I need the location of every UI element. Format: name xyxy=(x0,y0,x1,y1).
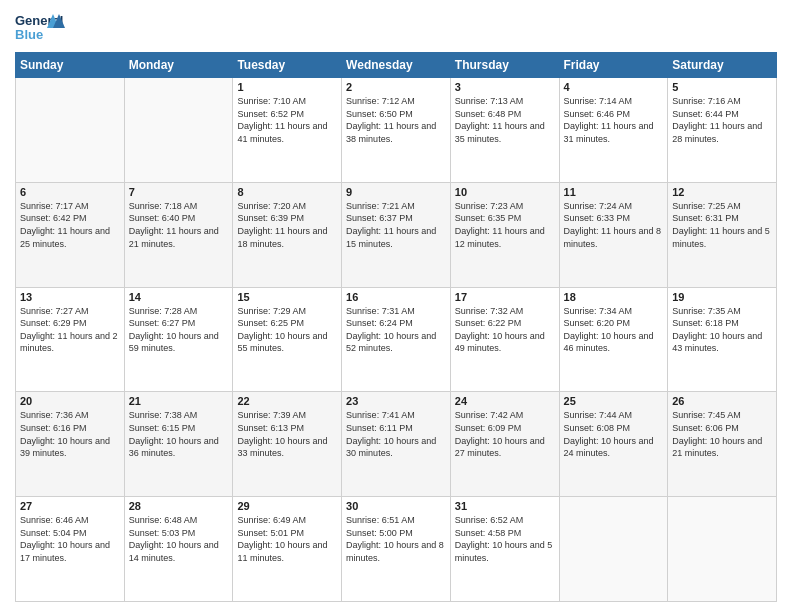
day-info: Sunrise: 6:51 AM Sunset: 5:00 PM Dayligh… xyxy=(346,514,446,564)
day-number: 15 xyxy=(237,291,337,303)
week-row-5: 27Sunrise: 6:46 AM Sunset: 5:04 PM Dayli… xyxy=(16,497,777,602)
day-info: Sunrise: 7:25 AM Sunset: 6:31 PM Dayligh… xyxy=(672,200,772,250)
day-info: Sunrise: 7:34 AM Sunset: 6:20 PM Dayligh… xyxy=(564,305,664,355)
day-info: Sunrise: 7:32 AM Sunset: 6:22 PM Dayligh… xyxy=(455,305,555,355)
calendar-cell: 17Sunrise: 7:32 AM Sunset: 6:22 PM Dayli… xyxy=(450,287,559,392)
calendar-cell: 19Sunrise: 7:35 AM Sunset: 6:18 PM Dayli… xyxy=(668,287,777,392)
day-info: Sunrise: 7:12 AM Sunset: 6:50 PM Dayligh… xyxy=(346,95,446,145)
day-number: 31 xyxy=(455,500,555,512)
day-number: 24 xyxy=(455,395,555,407)
day-info: Sunrise: 7:42 AM Sunset: 6:09 PM Dayligh… xyxy=(455,409,555,459)
week-row-2: 6Sunrise: 7:17 AM Sunset: 6:42 PM Daylig… xyxy=(16,182,777,287)
day-info: Sunrise: 7:44 AM Sunset: 6:08 PM Dayligh… xyxy=(564,409,664,459)
day-number: 27 xyxy=(20,500,120,512)
day-number: 20 xyxy=(20,395,120,407)
calendar-cell: 5Sunrise: 7:16 AM Sunset: 6:44 PM Daylig… xyxy=(668,78,777,183)
calendar-cell: 29Sunrise: 6:49 AM Sunset: 5:01 PM Dayli… xyxy=(233,497,342,602)
header-monday: Monday xyxy=(124,53,233,78)
week-row-1: 1Sunrise: 7:10 AM Sunset: 6:52 PM Daylig… xyxy=(16,78,777,183)
day-info: Sunrise: 7:14 AM Sunset: 6:46 PM Dayligh… xyxy=(564,95,664,145)
day-number: 7 xyxy=(129,186,229,198)
calendar-cell: 11Sunrise: 7:24 AM Sunset: 6:33 PM Dayli… xyxy=(559,182,668,287)
day-info: Sunrise: 7:10 AM Sunset: 6:52 PM Dayligh… xyxy=(237,95,337,145)
day-info: Sunrise: 7:28 AM Sunset: 6:27 PM Dayligh… xyxy=(129,305,229,355)
calendar-cell: 26Sunrise: 7:45 AM Sunset: 6:06 PM Dayli… xyxy=(668,392,777,497)
header-sunday: Sunday xyxy=(16,53,125,78)
calendar-cell: 15Sunrise: 7:29 AM Sunset: 6:25 PM Dayli… xyxy=(233,287,342,392)
day-number: 11 xyxy=(564,186,664,198)
day-info: Sunrise: 7:20 AM Sunset: 6:39 PM Dayligh… xyxy=(237,200,337,250)
calendar-cell xyxy=(668,497,777,602)
day-number: 16 xyxy=(346,291,446,303)
header-saturday: Saturday xyxy=(668,53,777,78)
day-number: 25 xyxy=(564,395,664,407)
day-info: Sunrise: 7:23 AM Sunset: 6:35 PM Dayligh… xyxy=(455,200,555,250)
calendar-cell: 4Sunrise: 7:14 AM Sunset: 6:46 PM Daylig… xyxy=(559,78,668,183)
day-info: Sunrise: 7:41 AM Sunset: 6:11 PM Dayligh… xyxy=(346,409,446,459)
day-info: Sunrise: 7:17 AM Sunset: 6:42 PM Dayligh… xyxy=(20,200,120,250)
calendar-cell: 9Sunrise: 7:21 AM Sunset: 6:37 PM Daylig… xyxy=(342,182,451,287)
day-info: Sunrise: 7:16 AM Sunset: 6:44 PM Dayligh… xyxy=(672,95,772,145)
day-info: Sunrise: 7:38 AM Sunset: 6:15 PM Dayligh… xyxy=(129,409,229,459)
day-number: 29 xyxy=(237,500,337,512)
calendar-cell: 28Sunrise: 6:48 AM Sunset: 5:03 PM Dayli… xyxy=(124,497,233,602)
calendar-cell: 10Sunrise: 7:23 AM Sunset: 6:35 PM Dayli… xyxy=(450,182,559,287)
day-number: 6 xyxy=(20,186,120,198)
day-info: Sunrise: 7:39 AM Sunset: 6:13 PM Dayligh… xyxy=(237,409,337,459)
calendar-cell: 21Sunrise: 7:38 AM Sunset: 6:15 PM Dayli… xyxy=(124,392,233,497)
logo-svg: GeneralBlue xyxy=(15,10,65,46)
calendar-cell: 16Sunrise: 7:31 AM Sunset: 6:24 PM Dayli… xyxy=(342,287,451,392)
day-info: Sunrise: 7:45 AM Sunset: 6:06 PM Dayligh… xyxy=(672,409,772,459)
svg-text:Blue: Blue xyxy=(15,27,43,42)
header-friday: Friday xyxy=(559,53,668,78)
calendar-cell: 3Sunrise: 7:13 AM Sunset: 6:48 PM Daylig… xyxy=(450,78,559,183)
day-number: 17 xyxy=(455,291,555,303)
day-number: 23 xyxy=(346,395,446,407)
day-number: 9 xyxy=(346,186,446,198)
calendar-cell: 27Sunrise: 6:46 AM Sunset: 5:04 PM Dayli… xyxy=(16,497,125,602)
day-info: Sunrise: 7:13 AM Sunset: 6:48 PM Dayligh… xyxy=(455,95,555,145)
day-number: 26 xyxy=(672,395,772,407)
day-number: 28 xyxy=(129,500,229,512)
day-number: 12 xyxy=(672,186,772,198)
calendar-header-row: SundayMondayTuesdayWednesdayThursdayFrid… xyxy=(16,53,777,78)
day-number: 2 xyxy=(346,81,446,93)
calendar-cell: 24Sunrise: 7:42 AM Sunset: 6:09 PM Dayli… xyxy=(450,392,559,497)
day-number: 13 xyxy=(20,291,120,303)
day-number: 21 xyxy=(129,395,229,407)
calendar-cell: 2Sunrise: 7:12 AM Sunset: 6:50 PM Daylig… xyxy=(342,78,451,183)
day-number: 30 xyxy=(346,500,446,512)
week-row-4: 20Sunrise: 7:36 AM Sunset: 6:16 PM Dayli… xyxy=(16,392,777,497)
calendar-cell: 8Sunrise: 7:20 AM Sunset: 6:39 PM Daylig… xyxy=(233,182,342,287)
day-number: 14 xyxy=(129,291,229,303)
day-info: Sunrise: 7:29 AM Sunset: 6:25 PM Dayligh… xyxy=(237,305,337,355)
day-info: Sunrise: 7:31 AM Sunset: 6:24 PM Dayligh… xyxy=(346,305,446,355)
calendar-cell: 18Sunrise: 7:34 AM Sunset: 6:20 PM Dayli… xyxy=(559,287,668,392)
day-number: 5 xyxy=(672,81,772,93)
calendar-cell: 25Sunrise: 7:44 AM Sunset: 6:08 PM Dayli… xyxy=(559,392,668,497)
day-number: 19 xyxy=(672,291,772,303)
day-info: Sunrise: 7:36 AM Sunset: 6:16 PM Dayligh… xyxy=(20,409,120,459)
day-number: 4 xyxy=(564,81,664,93)
day-info: Sunrise: 7:21 AM Sunset: 6:37 PM Dayligh… xyxy=(346,200,446,250)
calendar-cell: 31Sunrise: 6:52 AM Sunset: 4:58 PM Dayli… xyxy=(450,497,559,602)
logo: GeneralBlue xyxy=(15,10,65,46)
calendar-cell: 7Sunrise: 7:18 AM Sunset: 6:40 PM Daylig… xyxy=(124,182,233,287)
day-info: Sunrise: 6:49 AM Sunset: 5:01 PM Dayligh… xyxy=(237,514,337,564)
header: GeneralBlue xyxy=(15,10,777,46)
day-number: 3 xyxy=(455,81,555,93)
header-tuesday: Tuesday xyxy=(233,53,342,78)
day-info: Sunrise: 7:18 AM Sunset: 6:40 PM Dayligh… xyxy=(129,200,229,250)
day-info: Sunrise: 7:24 AM Sunset: 6:33 PM Dayligh… xyxy=(564,200,664,250)
week-row-3: 13Sunrise: 7:27 AM Sunset: 6:29 PM Dayli… xyxy=(16,287,777,392)
calendar-cell: 30Sunrise: 6:51 AM Sunset: 5:00 PM Dayli… xyxy=(342,497,451,602)
day-info: Sunrise: 6:52 AM Sunset: 4:58 PM Dayligh… xyxy=(455,514,555,564)
day-number: 10 xyxy=(455,186,555,198)
header-thursday: Thursday xyxy=(450,53,559,78)
calendar-cell: 22Sunrise: 7:39 AM Sunset: 6:13 PM Dayli… xyxy=(233,392,342,497)
calendar-cell: 12Sunrise: 7:25 AM Sunset: 6:31 PM Dayli… xyxy=(668,182,777,287)
calendar-cell xyxy=(124,78,233,183)
calendar-cell: 6Sunrise: 7:17 AM Sunset: 6:42 PM Daylig… xyxy=(16,182,125,287)
calendar-cell: 1Sunrise: 7:10 AM Sunset: 6:52 PM Daylig… xyxy=(233,78,342,183)
day-info: Sunrise: 6:46 AM Sunset: 5:04 PM Dayligh… xyxy=(20,514,120,564)
